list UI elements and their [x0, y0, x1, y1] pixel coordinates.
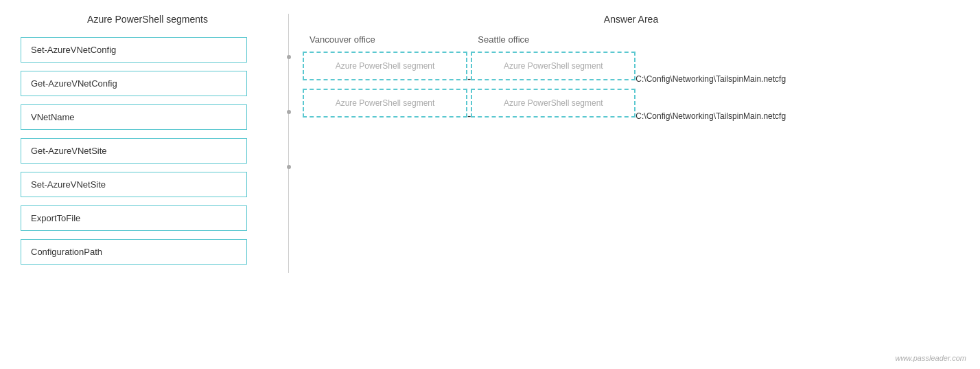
dot-1 — [287, 55, 291, 59]
left-section: Azure PowerShell segments Set-AzureVNetC… — [21, 14, 275, 273]
segment-item-2[interactable]: Get-AzureVNetConfig — [21, 71, 247, 96]
segment-item-1[interactable]: Set-AzureVNetConfig — [21, 37, 247, 63]
seattle-drop-zone-1[interactable]: Azure PowerShell segment — [471, 52, 635, 80]
segment-item-7[interactable]: ConfigurationPath — [21, 239, 247, 265]
seattle-drop-zone-2[interactable]: Azure PowerShell segment — [471, 89, 635, 118]
vancouver-drop-zone-1[interactable]: Azure PowerShell segment — [303, 52, 467, 80]
segment-item-3[interactable]: VNetName — [21, 104, 247, 130]
divider-line — [288, 14, 289, 273]
offices-row: Vancouver office Azure PowerShell segmen… — [303, 34, 959, 139]
vancouver-drop-zone-2[interactable]: Azure PowerShell segment — [303, 89, 467, 118]
segment-item-4[interactable]: Get-AzureVNetSite — [21, 138, 247, 164]
segment-item-5[interactable]: Set-AzureVNetSite — [21, 172, 247, 197]
dot-2 — [287, 110, 291, 114]
answer-area-title: Answer Area — [303, 14, 959, 25]
right-section: Answer Area Vancouver office Azure Power… — [303, 14, 959, 273]
dot-3 — [287, 165, 291, 169]
left-section-title: Azure PowerShell segments — [21, 14, 275, 25]
segments-list: Set-AzureVNetConfig Get-AzureVNetConfig … — [21, 37, 275, 265]
file-path-2: C:\Config\Networking\TailspinMain.netcfg — [635, 102, 786, 131]
seattle-column: Seattle office Azure PowerShell segment … — [471, 34, 635, 126]
file-paths-column: C:\Config\Networking\TailspinMain.netcfg… — [635, 34, 786, 139]
seattle-office-title: Seattle office — [471, 34, 635, 45]
segment-item-6[interactable]: ExportToFile — [21, 205, 247, 231]
file-path-1: C:\Config\Networking\TailspinMain.netcfg — [635, 65, 786, 93]
vancouver-column: Vancouver office Azure PowerShell segmen… — [303, 34, 467, 126]
watermark: www.passleader.com — [895, 354, 966, 362]
vancouver-office-title: Vancouver office — [303, 34, 467, 45]
main-container: Azure PowerShell segments Set-AzureVNetC… — [0, 0, 980, 287]
